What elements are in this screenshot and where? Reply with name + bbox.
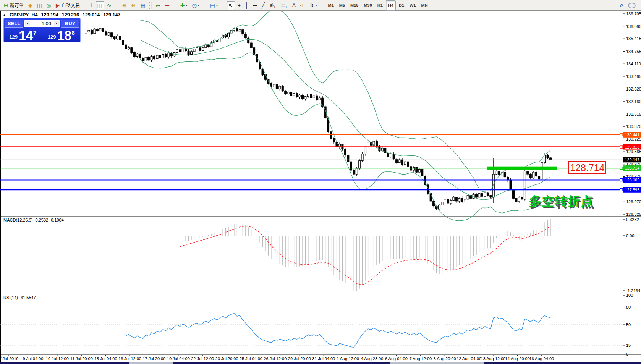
tf-m5[interactable]: M5 bbox=[337, 0, 347, 11]
date-tick-label: 17 Jul 20:00 bbox=[142, 356, 165, 361]
date-tick-label: 29 Jul 20:00 bbox=[288, 356, 311, 361]
line-chart-button[interactable]: ∿ bbox=[105, 1, 113, 10]
buy-price-button[interactable]: 129 18 8 bbox=[42, 28, 81, 42]
price-callout-box[interactable]: 128.714 bbox=[568, 161, 606, 174]
crosshair-button[interactable]: + bbox=[236, 1, 243, 10]
tf-m1[interactable]: M1 bbox=[325, 0, 336, 11]
sell-price-button[interactable]: 129 14 7 bbox=[4, 28, 42, 42]
text-label-button[interactable]: T bbox=[298, 1, 307, 10]
price-level-chip-label: 129.147 bbox=[625, 157, 639, 162]
fibonacci-button[interactable]: ≣F bbox=[279, 1, 290, 10]
scrollbar-segment[interactable] bbox=[129, 362, 173, 364]
arrows-button[interactable]: ↯▾ bbox=[308, 1, 319, 10]
line-handle bbox=[620, 146, 623, 148]
rsi-tick-label: 0 bbox=[626, 352, 628, 356]
chart-shift-button[interactable]: ↠ bbox=[163, 1, 172, 10]
date-tick-label: 14 Aug 20:00 bbox=[505, 356, 530, 361]
price-tick-label: 130.870 bbox=[626, 124, 641, 129]
rsi-tick-label: 80 bbox=[626, 305, 631, 309]
vertical-line-button[interactable]: │ bbox=[243, 1, 251, 10]
zoom-in-glyph: ⊕ bbox=[122, 3, 127, 8]
navigator-icon-glyph: ◎ bbox=[47, 3, 51, 8]
price-level-chip-label: 129.813 bbox=[625, 145, 639, 149]
sell-button[interactable]: SELL bbox=[5, 20, 23, 28]
trendline-button[interactable]: ╱ bbox=[260, 1, 267, 10]
dropdown-arrow-icon[interactable]: ▾ bbox=[198, 4, 199, 7]
volume-control: ▼ 1.00 ▲ bbox=[24, 20, 60, 27]
sell-price-big: 14 bbox=[19, 30, 33, 41]
tf-m15[interactable]: M15 bbox=[348, 0, 361, 11]
text-glyph: A bbox=[292, 3, 296, 8]
date-tick-label: 6 Aug 04:00 bbox=[385, 356, 408, 361]
market-watch-icon[interactable]: ◫ bbox=[35, 1, 44, 10]
tile-windows-button[interactable]: ▦ bbox=[138, 1, 147, 10]
dropdown-arrow-icon[interactable]: ▾ bbox=[315, 4, 317, 7]
templates-glyph: ▤ bbox=[210, 3, 215, 8]
line-handle bbox=[620, 167, 623, 170]
date-tick-label: 1 Aug 12:00 bbox=[337, 356, 359, 361]
indicators-button[interactable]: ✚▾ bbox=[178, 1, 189, 10]
symbol-title: GBPJPY-,H4 bbox=[10, 12, 38, 18]
horizontal-line-button[interactable]: ─ bbox=[251, 1, 259, 10]
candlestick-glyph: ◫ bbox=[97, 3, 102, 8]
macd-tick-label: -1.2164 bbox=[626, 288, 640, 293]
candles bbox=[85, 27, 552, 210]
volume-decrease-button[interactable]: ▼ bbox=[25, 21, 30, 26]
chat-icon[interactable] bbox=[628, 3, 636, 8]
periods-button[interactable]: ◷▾ bbox=[190, 1, 201, 10]
new-order-button[interactable]: ⊞新订单 bbox=[2, 1, 26, 10]
bar-chart-button[interactable]: ‖ bbox=[89, 1, 95, 10]
dropdown-arrow-icon[interactable]: ▾ bbox=[216, 4, 218, 7]
metaeditor-icon[interactable]: ◆ bbox=[26, 1, 34, 10]
volume-increase-button[interactable]: ▲ bbox=[54, 21, 59, 26]
navigator-icon[interactable]: ◎ bbox=[45, 1, 53, 10]
tf-m30-label: M30 bbox=[364, 3, 372, 8]
price-level-chip-label: 128.105 bbox=[625, 178, 639, 182]
cursor-button[interactable]: ↖ bbox=[227, 1, 235, 10]
dropdown-arrow-icon[interactable]: ▾ bbox=[186, 4, 187, 7]
indicators-glyph: ✚ bbox=[180, 3, 185, 8]
market-watch-icon-glyph: ◫ bbox=[37, 3, 42, 8]
price-tick-label: 132.160 bbox=[626, 99, 641, 104]
text-button[interactable]: A bbox=[290, 1, 298, 10]
equidistant-channel-button[interactable]: ≋E bbox=[267, 1, 278, 10]
zoom-in-button[interactable]: ⊕ bbox=[120, 1, 129, 10]
chart-canvas[interactable]: 136.705136.060135.415134.755134.110133.4… bbox=[0, 0, 641, 364]
scrollbar-thumb[interactable] bbox=[390, 362, 484, 364]
tf-mn[interactable]: MN bbox=[419, 0, 430, 11]
rsi-tick-label: 50 bbox=[626, 322, 631, 327]
autotrading-button[interactable]: ▶自动交易 bbox=[54, 1, 82, 10]
tf-m30[interactable]: M30 bbox=[361, 0, 374, 11]
tf-h4[interactable]: H4 bbox=[386, 0, 396, 11]
vertical-line-glyph: │ bbox=[245, 3, 249, 8]
horizontal-scrollbar[interactable] bbox=[0, 362, 641, 364]
volume-input[interactable]: 1.00 bbox=[31, 21, 53, 26]
date-tick-label: 19 Jul 04:00 bbox=[167, 356, 190, 361]
candlestick-button[interactable]: ◫ bbox=[96, 1, 104, 10]
collapse-panel-icon[interactable]: ▲ bbox=[3, 13, 6, 17]
equidistant-channel-glyph: ≋ bbox=[269, 2, 275, 8]
buy-button[interactable]: BUY bbox=[61, 20, 79, 28]
toolbar-separator bbox=[321, 2, 323, 9]
price-tick-label: 136.060 bbox=[626, 24, 641, 29]
tf-w1[interactable]: W1 bbox=[407, 0, 418, 11]
tf-d1[interactable]: D1 bbox=[397, 0, 406, 11]
price-tick-label: 134.755 bbox=[626, 49, 641, 54]
templates-button[interactable]: ▤▾ bbox=[208, 1, 220, 10]
line-handle bbox=[620, 133, 623, 136]
auto-scroll-button[interactable]: ↦ bbox=[154, 1, 162, 10]
macd-value-main: 0.2532 bbox=[35, 218, 48, 222]
autotrading-glyph: ▶ bbox=[56, 3, 60, 8]
horizontal-line-glyph: ─ bbox=[253, 3, 257, 8]
fibonacci-glyph: ≣ bbox=[281, 3, 285, 8]
buy-price-sup: 8 bbox=[71, 29, 74, 36]
price-level-chip-label: 130.441 bbox=[625, 133, 639, 137]
tf-h1[interactable]: H1 bbox=[375, 0, 385, 11]
zoom-out-button[interactable]: ⊖ bbox=[129, 1, 138, 10]
price-tick-label: 126.970 bbox=[626, 199, 641, 204]
one-click-trading-panel: SELL ▼ 1.00 ▲ BUY 129 14 7 129 18 8 bbox=[3, 18, 81, 42]
sell-price-sup: 7 bbox=[33, 29, 36, 36]
macd-histogram bbox=[180, 219, 550, 291]
date-tick-label: 7 Jul 2019 bbox=[0, 356, 18, 361]
search-icon[interactable]: ⌕ bbox=[620, 2, 623, 9]
